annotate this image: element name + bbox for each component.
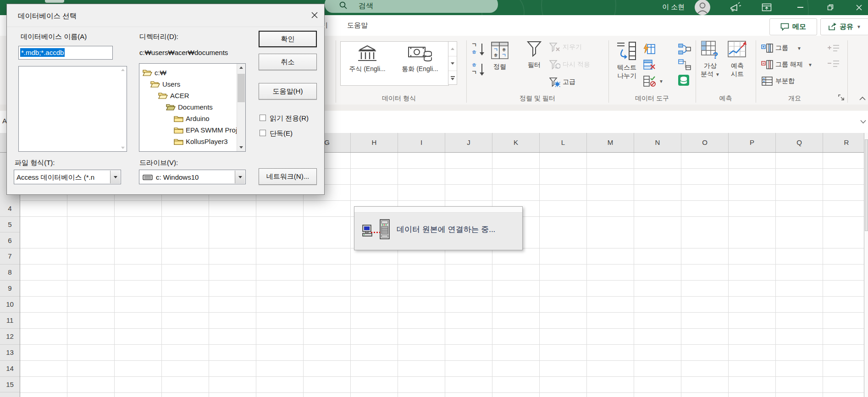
text-to-columns-button[interactable]: 텍스트 나누기 xyxy=(612,40,642,91)
ok-button[interactable]: 확인 xyxy=(259,31,317,47)
sort-descending-button[interactable]: ㅎ ㄱ xyxy=(471,62,486,78)
group-label-data-tools: 데이터 도구 xyxy=(608,94,696,103)
list-scroll-down[interactable] xyxy=(121,147,125,149)
gallery-up-button[interactable] xyxy=(448,42,457,56)
column-header-O[interactable]: O xyxy=(681,133,729,152)
directory-tree-list[interactable]: c:₩UsersACERDocumentsArduinoEPA SWMM Pro… xyxy=(139,63,246,152)
clear-filter-icon xyxy=(549,42,560,52)
row-header-5[interactable]: 5 xyxy=(0,217,20,233)
drive-dropdown-button[interactable] xyxy=(235,171,245,183)
folder-item-EPA-SWMM-Projec[interactable]: EPA SWMM Projec xyxy=(139,124,237,136)
database-file-list[interactable] xyxy=(18,66,127,152)
ribbon-display-options-button[interactable] xyxy=(757,1,776,14)
scrollbar-thumb[interactable] xyxy=(865,139,868,231)
row-header-10[interactable]: 10 xyxy=(0,297,20,313)
comments-button[interactable]: 메모 xyxy=(769,18,817,35)
dialog-close-button[interactable] xyxy=(306,8,323,22)
vertical-scrollbar[interactable] xyxy=(864,133,868,397)
subtotal-button[interactable]: 부분합 xyxy=(761,76,795,86)
scroll-down-button[interactable] xyxy=(237,143,245,151)
reapply-filter-button[interactable]: 다시 적용 xyxy=(549,60,590,70)
row-header-9[interactable]: 9 xyxy=(0,281,20,297)
collapse-ribbon-button[interactable] xyxy=(859,94,868,103)
file-type-dropdown-button[interactable] xyxy=(110,171,120,183)
data-validation-button[interactable]: ▼ xyxy=(643,74,665,88)
folder-item-Documents[interactable]: Documents xyxy=(139,101,237,113)
drive-dropdown[interactable]: c: Windows10 xyxy=(139,170,246,184)
text-to-columns-icon xyxy=(616,40,637,61)
row-header-7[interactable]: 7 xyxy=(0,248,20,265)
forecast-sheet-button[interactable]: 예측 시트 xyxy=(724,40,750,92)
row-header-16[interactable]: 16 xyxy=(0,393,20,397)
column-header-Q[interactable]: Q xyxy=(776,133,823,152)
group-button[interactable]: 그룹 ▼ xyxy=(761,43,802,53)
sort-ascending-button[interactable]: ㄱ ㅎ xyxy=(471,42,486,58)
scrollbar-thumb[interactable] xyxy=(238,74,245,102)
read-only-checkbox[interactable] xyxy=(260,115,266,121)
filter-button[interactable]: 필터 xyxy=(521,40,547,88)
column-header-L[interactable]: L xyxy=(540,133,587,152)
row-header-13[interactable]: 13 xyxy=(0,345,20,361)
row-header-8[interactable]: 8 xyxy=(0,265,20,281)
row-header-6[interactable]: 6 xyxy=(0,233,20,249)
column-header-M[interactable]: M xyxy=(587,133,634,152)
cancel-button[interactable]: 취소 xyxy=(259,54,317,70)
restore-button[interactable] xyxy=(820,0,841,15)
column-header-K[interactable]: K xyxy=(492,133,540,152)
flash-fill-button[interactable] xyxy=(643,43,657,56)
directory-scrollbar[interactable] xyxy=(237,64,245,151)
clear-filter-button[interactable]: 지우기 xyxy=(549,42,582,52)
search-box[interactable]: 검색 xyxy=(325,0,498,13)
gallery-more-button[interactable] xyxy=(448,71,457,85)
file-type-dropdown[interactable]: Access 데이터베이스 (*.n xyxy=(14,170,121,184)
tab-help[interactable]: 도움말 xyxy=(347,21,368,30)
sort-button[interactable]: ㄱ ㅎ ㅎ ㄱ 정렬 xyxy=(485,40,514,88)
folder-item-Arduino[interactable]: Arduino xyxy=(139,113,237,124)
database-name-input[interactable]: *.mdb;*.accdb xyxy=(18,46,113,60)
share-button[interactable]: 공유 ▼ xyxy=(820,18,868,35)
data-type-stocks[interactable]: 주식 (Engli... xyxy=(342,44,393,73)
folder-item-Users[interactable]: Users xyxy=(139,78,237,90)
column-header-P[interactable]: P xyxy=(729,133,776,152)
ungroup-button[interactable]: 그룹 해제 ▼ xyxy=(761,60,813,70)
hide-detail-button[interactable] xyxy=(828,60,840,70)
remove-duplicates-button[interactable] xyxy=(643,59,657,72)
row-header-14[interactable]: 14 xyxy=(0,361,20,377)
row-header-11[interactable]: 11 xyxy=(0,313,20,329)
row-header-12[interactable]: 12 xyxy=(0,329,20,345)
column-header-H[interactable]: H xyxy=(351,133,398,152)
column-header-N[interactable]: N xyxy=(634,133,681,152)
gallery-down-button[interactable] xyxy=(448,56,457,71)
manage-data-model-button[interactable] xyxy=(678,74,691,87)
avatar[interactable] xyxy=(695,0,710,15)
outline-dialog-launcher[interactable] xyxy=(838,94,846,103)
svg-text:ㅎ: ㅎ xyxy=(502,47,506,52)
advanced-filter-button[interactable]: 고급 xyxy=(549,77,575,87)
exclusive-checkbox[interactable] xyxy=(260,130,266,136)
list-scroll-up[interactable] xyxy=(121,69,125,71)
what-if-analysis-button[interactable]: ? 가상 분석 ▼ xyxy=(698,40,723,92)
row-header-15[interactable]: 15 xyxy=(0,377,20,393)
network-button[interactable]: 네트워크(N)... xyxy=(259,168,317,185)
column-header-I[interactable]: I xyxy=(398,133,445,152)
scroll-up-button[interactable] xyxy=(237,64,245,72)
subtotal-label: 부분합 xyxy=(775,77,795,85)
column-header-J[interactable]: J xyxy=(445,133,492,152)
show-detail-button[interactable] xyxy=(828,44,840,54)
consolidate-button[interactable] xyxy=(678,43,692,56)
feedback-megaphone-button[interactable] xyxy=(727,1,744,14)
data-type-currency[interactable]: 통화 (Engli... xyxy=(395,44,445,73)
gallery-scrollbar xyxy=(448,41,457,85)
relationships-button[interactable] xyxy=(678,59,692,72)
folder-item-KollusPlayer3[interactable]: KollusPlayer3 xyxy=(139,136,237,147)
close-window-button[interactable] xyxy=(850,0,868,15)
folder-item-ACER[interactable]: ACER xyxy=(139,90,237,101)
minimize-button[interactable] xyxy=(790,0,811,15)
consolidate-icon xyxy=(678,43,691,55)
restore-icon xyxy=(827,4,834,11)
folder-item-c-[interactable]: c:₩ xyxy=(139,67,237,78)
row-header-4[interactable]: 4 xyxy=(0,201,20,217)
expand-formula-bar-button[interactable] xyxy=(860,117,868,127)
column-header-R[interactable]: R xyxy=(823,133,868,152)
help-button[interactable]: 도움말(H) xyxy=(259,83,317,99)
